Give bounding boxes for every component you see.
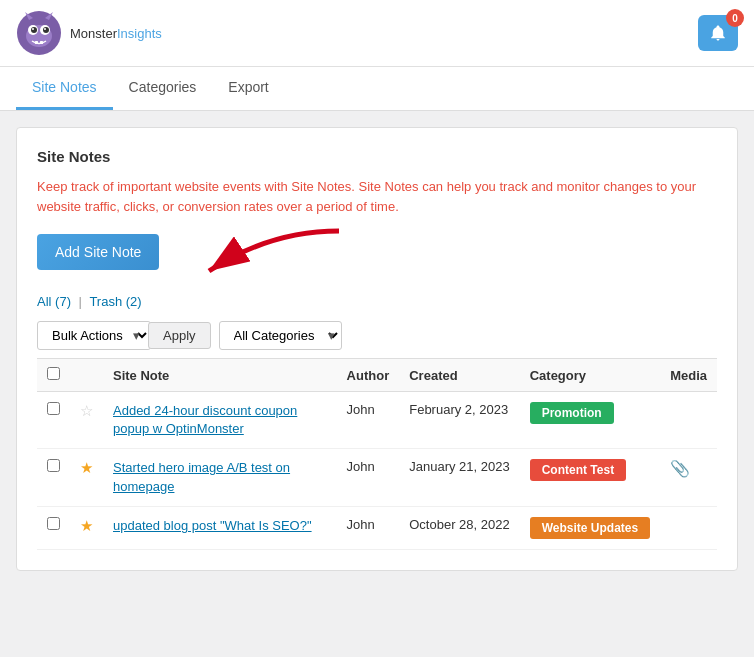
th-category: Category <box>520 359 660 392</box>
row-media-cell: 📎 <box>660 449 717 506</box>
tab-site-notes[interactable]: Site Notes <box>16 67 113 110</box>
svg-point-7 <box>44 28 46 30</box>
row-note-cell: Started hero image A/B test on homepage <box>103 449 337 506</box>
row-checkbox-cell <box>37 506 70 549</box>
row-created-cell: January 21, 2023 <box>399 449 519 506</box>
row-note-cell: Added 24-hour discount coupon popup w Op… <box>103 392 337 449</box>
th-media: Media <box>660 359 717 392</box>
svg-point-4 <box>31 27 37 33</box>
star-filled-icon[interactable]: ★ <box>80 517 93 534</box>
logo: MonsterInsights <box>16 10 162 56</box>
th-created: Created <box>399 359 519 392</box>
add-note-area: Add Site Note <box>37 234 159 286</box>
category-badge: Promotion <box>530 402 614 424</box>
filter-separator: | <box>79 294 82 309</box>
header: MonsterInsights 0 <box>0 0 754 67</box>
categories-select[interactable]: All Categories <box>219 321 342 350</box>
section-title: Site Notes <box>37 148 717 165</box>
filter-all[interactable]: All (7) <box>37 294 71 309</box>
row-star-cell: ★ <box>70 506 103 549</box>
media-attachment-icon: 📎 <box>670 460 690 477</box>
th-checkbox <box>37 359 70 392</box>
bulk-actions-select[interactable]: Bulk Actions <box>37 321 151 350</box>
svg-point-5 <box>43 27 49 33</box>
category-badge: Content Test <box>530 459 626 481</box>
table-row: ☆ Added 24-hour discount coupon popup w … <box>37 392 717 449</box>
star-filled-icon[interactable]: ★ <box>80 459 93 476</box>
note-link[interactable]: updated blog post "What Is SEO?" <box>113 518 312 533</box>
row-checkbox[interactable] <box>47 459 60 472</box>
star-empty-icon[interactable]: ☆ <box>80 402 93 419</box>
header-right: 0 <box>698 15 738 51</box>
row-media-cell <box>660 506 717 549</box>
arrow-indicator <box>189 226 349 286</box>
logo-monster: Monster <box>70 26 117 41</box>
logo-text: MonsterInsights <box>70 26 162 41</box>
row-note-cell: updated blog post "What Is SEO?" <box>103 506 337 549</box>
note-link[interactable]: Added 24-hour discount coupon popup w Op… <box>113 403 297 436</box>
svg-rect-11 <box>40 41 43 44</box>
row-star-cell: ☆ <box>70 392 103 449</box>
tab-categories[interactable]: Categories <box>113 67 213 110</box>
notification-button[interactable]: 0 <box>698 15 738 51</box>
th-author: Author <box>337 359 400 392</box>
svg-rect-10 <box>35 41 38 44</box>
add-site-note-button[interactable]: Add Site Note <box>37 234 159 270</box>
filter-links: All (7) | Trash (2) <box>37 294 717 309</box>
filter-row: Bulk Actions ▾ Apply All Categories ▾ <box>37 321 717 350</box>
table-row: ★ updated blog post "What Is SEO?" John … <box>37 506 717 549</box>
description-text: Keep track of important website events w… <box>37 177 717 216</box>
main-content: Site Notes Keep track of important websi… <box>0 111 754 587</box>
select-all-checkbox[interactable] <box>47 367 60 380</box>
monster-logo-icon <box>16 10 62 56</box>
nav-tabs: Site Notes Categories Export <box>0 67 754 111</box>
row-author-cell: John <box>337 449 400 506</box>
th-star <box>70 359 103 392</box>
row-created-cell: February 2, 2023 <box>399 392 519 449</box>
row-checkbox[interactable] <box>47 517 60 530</box>
category-badge: Website Updates <box>530 517 650 539</box>
table-row: ★ Started hero image A/B test on homepag… <box>37 449 717 506</box>
notes-table: Site Note Author Created Category Media … <box>37 358 717 550</box>
filter-trash[interactable]: Trash (2) <box>89 294 141 309</box>
row-checkbox[interactable] <box>47 402 60 415</box>
th-site-note: Site Note <box>103 359 337 392</box>
logo-insights: Insights <box>117 26 162 41</box>
site-notes-card: Site Notes Keep track of important websi… <box>16 127 738 571</box>
row-author-cell: John <box>337 506 400 549</box>
row-created-cell: October 28, 2022 <box>399 506 519 549</box>
notification-badge: 0 <box>726 9 744 27</box>
apply-button[interactable]: Apply <box>148 322 211 349</box>
svg-point-6 <box>32 28 34 30</box>
row-star-cell: ★ <box>70 449 103 506</box>
note-link[interactable]: Started hero image A/B test on homepage <box>113 460 290 493</box>
tab-export[interactable]: Export <box>212 67 284 110</box>
row-category-cell: Website Updates <box>520 506 660 549</box>
row-checkbox-cell <box>37 392 70 449</box>
row-checkbox-cell <box>37 449 70 506</box>
bell-icon <box>709 24 727 42</box>
row-category-cell: Content Test <box>520 449 660 506</box>
row-category-cell: Promotion <box>520 392 660 449</box>
row-author-cell: John <box>337 392 400 449</box>
row-media-cell <box>660 392 717 449</box>
